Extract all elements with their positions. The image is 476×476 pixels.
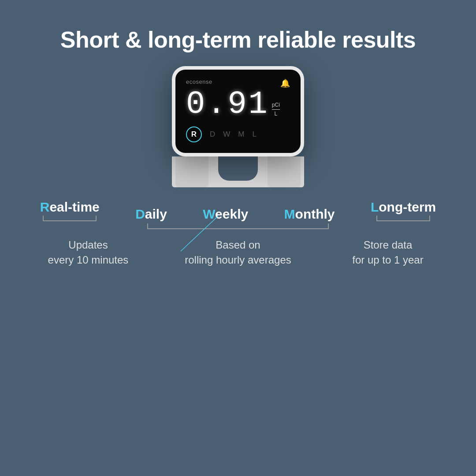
mode-r-indicator: R [186,126,202,142]
mode-d-indicator: D [210,130,215,139]
monthly-label: Monthly [284,207,335,222]
realtime-desc-text: Updates every 10 minutes [48,238,129,267]
middle-desc-text: Based on rolling hourly averages [185,238,291,267]
device-illustration: ecosense 🔔 0.91 pCi L R D W [172,66,304,187]
device-stand [172,156,304,187]
mode-l-indicator: L [253,130,257,139]
longterm-desc-text: Store data for up to 1 year [352,238,423,267]
device-reading: 0.91 [186,89,269,120]
mode-w-indicator: W [223,130,230,139]
page-title: Short & long-term reliable results [60,26,416,53]
labels-section: Real-time Daily Weekly Monthly Long-term [22,200,454,222]
longterm-bracket [375,215,432,222]
device-unit: pCi L [272,102,280,117]
realtime-label-group: Real-time [40,200,100,222]
longterm-desc: Store data for up to 1 year [344,238,432,267]
mode-m-indicator: M [238,130,244,139]
realtime-bracket [41,215,98,222]
device-brand: ecosense [186,78,290,85]
bell-icon: 🔔 [280,78,290,88]
daily-label: Daily [135,207,167,222]
monthly-label-group: Monthly [284,207,335,222]
device-body: ecosense 🔔 0.91 pCi L R D W [172,66,304,187]
dwm-bracket [145,223,331,230]
descriptions-section: Updates every 10 minutes Based on rollin… [22,238,454,267]
daily-label-group: Daily [135,207,167,222]
longterm-label: Long-term [371,200,436,215]
realtime-label: Real-time [40,200,100,215]
longterm-label-group: Long-term [371,200,436,222]
weekly-label: Weekly [203,207,248,222]
middle-desc: Based on rolling hourly averages [176,238,300,267]
realtime-desc: Updates every 10 minutes [44,238,132,267]
weekly-label-group: Weekly [203,207,248,222]
